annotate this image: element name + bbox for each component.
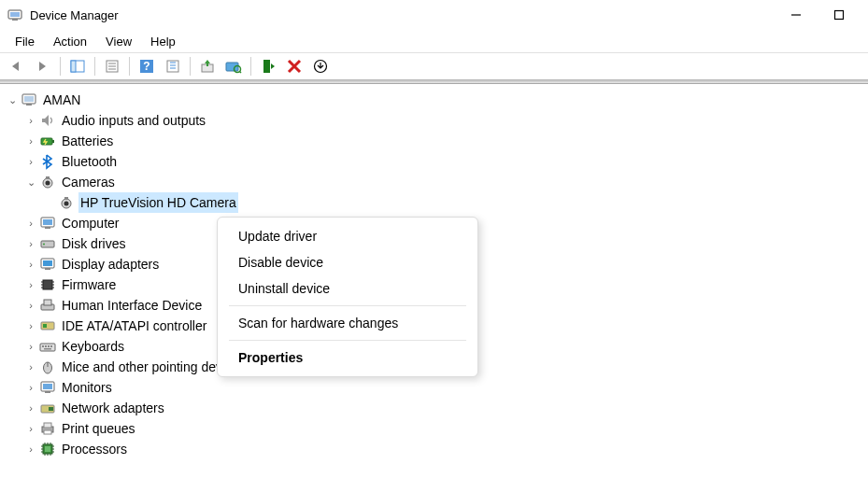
svg-rect-54 — [42, 345, 44, 347]
ctx-update-driver[interactable]: Update driver — [218, 223, 477, 249]
svg-rect-57 — [50, 345, 52, 347]
svg-rect-30 — [46, 176, 50, 179]
tree-category-processors[interactable]: › Processors — [6, 439, 862, 459]
keyboard-icon — [39, 338, 56, 355]
back-button[interactable] — [5, 55, 29, 77]
category-label: Network adapters — [60, 398, 166, 418]
chevron-right-icon[interactable]: › — [24, 336, 37, 357]
svg-text:?: ? — [143, 60, 149, 73]
properties-button[interactable] — [100, 55, 124, 77]
chevron-right-icon[interactable]: › — [24, 357, 37, 377]
tree-category-network[interactable]: › Network adapters — [6, 398, 862, 418]
show-hide-console-tree-button[interactable] — [65, 55, 90, 77]
category-label: Monitors — [60, 377, 114, 398]
chip-icon — [39, 276, 56, 293]
category-label: Cameras — [60, 172, 117, 192]
svg-rect-2 — [12, 19, 18, 21]
tree-category-cameras[interactable]: ⌄ Cameras — [6, 172, 862, 192]
camera-icon — [58, 194, 75, 211]
svg-rect-58 — [44, 348, 51, 350]
svg-rect-55 — [45, 345, 47, 347]
tree-category-monitors[interactable]: › Monitors — [6, 377, 862, 398]
chevron-right-icon[interactable]: › — [24, 110, 37, 131]
action-button[interactable] — [161, 55, 185, 77]
computer-icon — [21, 91, 37, 108]
menu-view[interactable]: View — [96, 33, 141, 50]
enable-device-button[interactable] — [256, 55, 280, 77]
ctx-separator — [229, 305, 466, 306]
category-label: Audio inputs and outputs — [60, 110, 207, 131]
chevron-right-icon[interactable]: › — [24, 377, 37, 398]
ctx-uninstall-device[interactable]: Uninstall device — [218, 275, 477, 302]
category-label: Computer — [60, 213, 121, 233]
disk-icon — [39, 235, 56, 252]
tree-category-print[interactable]: › Print queues — [6, 418, 862, 439]
tree-category-batteries[interactable]: › Batteries — [6, 131, 862, 151]
svg-rect-33 — [64, 197, 68, 200]
svg-rect-25 — [26, 104, 32, 105]
chevron-right-icon[interactable]: › — [24, 316, 37, 336]
chevron-right-icon[interactable]: › — [24, 233, 37, 254]
svg-rect-41 — [45, 268, 50, 270]
chevron-right-icon[interactable]: › — [24, 398, 37, 418]
ctx-disable-device[interactable]: Disable device — [218, 249, 477, 275]
device-label: HP TrueVision HD Camera — [78, 192, 238, 213]
chevron-right-icon[interactable]: › — [24, 295, 37, 316]
svg-point-38 — [43, 244, 45, 246]
chevron-right-icon[interactable]: › — [24, 418, 37, 439]
category-label: Display adapters — [60, 254, 161, 274]
chevron-right-icon[interactable]: › — [24, 439, 37, 459]
device-manager-icon — [7, 7, 22, 22]
ctx-properties[interactable]: Properties — [218, 344, 477, 371]
minimize-button[interactable] — [775, 0, 818, 30]
chevron-right-icon[interactable]: › — [24, 213, 37, 233]
svg-rect-67 — [44, 423, 51, 428]
menu-file[interactable]: File — [6, 33, 44, 50]
svg-rect-70 — [45, 446, 50, 452]
svg-rect-24 — [24, 96, 34, 102]
maximize-button[interactable] — [818, 0, 861, 30]
bluetooth-icon — [39, 153, 56, 170]
menu-action[interactable]: Action — [44, 33, 96, 50]
svg-rect-52 — [43, 324, 47, 328]
svg-point-29 — [46, 181, 50, 186]
scan-hardware-button[interactable] — [221, 55, 246, 77]
network-icon — [39, 400, 56, 416]
svg-rect-50 — [44, 300, 51, 305]
svg-rect-65 — [49, 407, 53, 411]
category-label: Processors — [60, 439, 129, 459]
forward-button[interactable] — [31, 55, 55, 77]
menu-help[interactable]: Help — [141, 33, 185, 50]
svg-rect-36 — [45, 227, 50, 229]
svg-rect-56 — [48, 345, 50, 347]
window-title: Device Manager — [30, 8, 119, 22]
titlebar: Device Manager — [0, 0, 868, 30]
monitor-icon — [39, 379, 56, 396]
chevron-right-icon[interactable]: › — [24, 274, 37, 295]
category-label: Print queues — [60, 418, 137, 439]
uninstall-device-button[interactable] — [282, 55, 306, 77]
svg-rect-40 — [43, 260, 52, 266]
chevron-right-icon[interactable]: › — [24, 151, 37, 172]
help-button[interactable]: ? — [135, 55, 159, 77]
disable-device-button[interactable] — [308, 55, 333, 77]
chevron-right-icon[interactable]: › — [24, 254, 37, 274]
monitor-icon — [39, 215, 56, 232]
chevron-right-icon[interactable]: › — [24, 131, 37, 151]
battery-icon — [39, 133, 56, 149]
ctx-separator — [229, 340, 466, 341]
speaker-icon — [39, 112, 56, 129]
svg-line-20 — [240, 72, 242, 74]
tree-root[interactable]: ⌄ AMAN — [6, 90, 862, 110]
svg-rect-4 — [835, 11, 844, 20]
tree-category-audio[interactable]: › Audio inputs and outputs — [6, 110, 862, 131]
svg-rect-21 — [263, 60, 270, 73]
chevron-down-icon[interactable]: ⌄ — [24, 172, 37, 192]
chevron-down-icon[interactable]: ⌄ — [6, 90, 19, 110]
ctx-scan-hardware[interactable]: Scan for hardware changes — [218, 310, 477, 336]
tree-device-hp-camera[interactable]: HP TrueVision HD Camera — [6, 192, 862, 213]
update-driver-button[interactable] — [195, 55, 220, 77]
display-adapter-icon — [39, 256, 56, 273]
tree-category-bluetooth[interactable]: › Bluetooth — [6, 151, 862, 172]
category-label: Firmware — [60, 274, 118, 295]
